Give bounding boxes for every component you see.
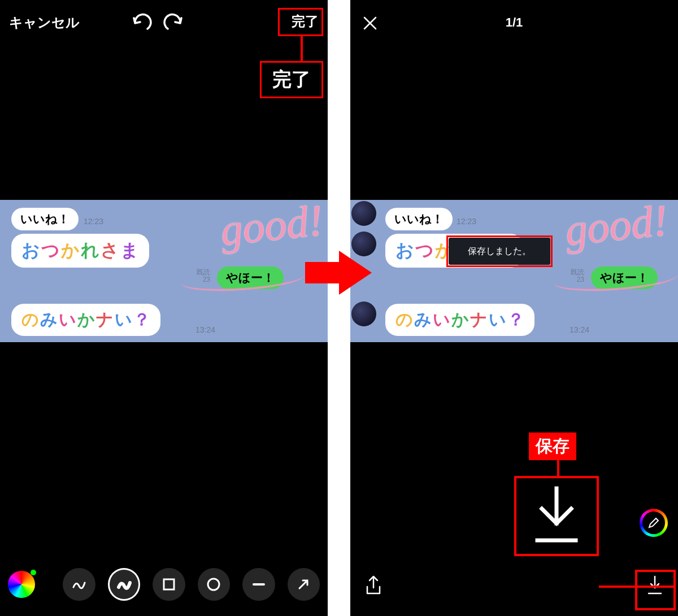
color-picker-icon[interactable] [8,571,35,598]
svg-point-1 [208,579,219,590]
chat-read-indicator: 既読23 [571,269,584,283]
shape-square-icon[interactable] [153,568,185,601]
pen-thin-icon[interactable] [63,568,95,601]
svg-marker-3 [305,251,372,295]
highlight-download [635,570,676,610]
chat-time-2: 13:24 [570,325,589,334]
callout-download-enlarged [514,476,599,556]
highlight-done [278,8,323,36]
avatar [351,201,376,226]
drawing-toolbar [0,564,328,605]
highlight-toast [446,235,553,267]
shape-arrow-icon[interactable] [288,568,320,601]
highlight-connector [301,36,303,61]
editor-screen: キャンセル 完了 完了 いいね！ 12:23 おつかれさま [0,0,328,616]
chat-bubble-nomi: のみいかナい？ [385,304,534,336]
highlight-connector [557,460,559,476]
chat-time-2: 13:24 [195,325,215,334]
pen-thick-icon[interactable] [108,568,140,601]
download-icon [528,485,585,547]
tutorial-arrow-icon [305,247,373,300]
chat-time: 12:23 [457,217,476,226]
chat-bubble-yaho: やほー！ [591,267,658,289]
callout-save: 保存 [529,432,576,460]
viewer-top-bar: 1/1 [350,0,678,45]
share-icon[interactable] [364,574,383,599]
redo-icon[interactable] [163,13,185,32]
viewer-screen: 1/1 いいね！ 12:23 おつかれさま 既読23 やほー！ のみいかナい？ [350,0,678,616]
chat-read-indicator: 既読23 [197,269,210,283]
callout-done: 完了 [260,61,323,98]
undo-icon[interactable] [131,13,152,32]
saved-image: いいね！ 12:23 おつかれさま 既読23 やほー！ のみいかナい？ 13:2… [350,200,678,342]
edit-button[interactable] [640,509,668,537]
handwriting-good: good! [563,200,670,256]
chat-time: 12:23 [84,217,103,226]
page-counter: 1/1 [350,15,678,30]
cancel-button[interactable]: キャンセル [9,14,80,32]
chat-bubble-iine: いいね！ [11,208,79,230]
shape-line-icon[interactable] [242,568,275,601]
editing-image: いいね！ 12:23 おつかれさま 既読23 やほー！ のみいかナい？ 13:2… [0,200,328,342]
chat-bubble-nomi: のみいかナい？ [11,304,160,336]
avatar [351,302,376,326]
chat-bubble-yaho: やほー！ [217,267,284,289]
svg-rect-0 [164,579,174,589]
close-icon[interactable] [362,15,379,34]
chat-bubble-otsukare: おつかれさま [11,234,149,268]
chat-bubble-iine: いいね！ [385,208,453,230]
shape-circle-icon[interactable] [198,568,230,601]
pencil-icon [647,517,660,529]
